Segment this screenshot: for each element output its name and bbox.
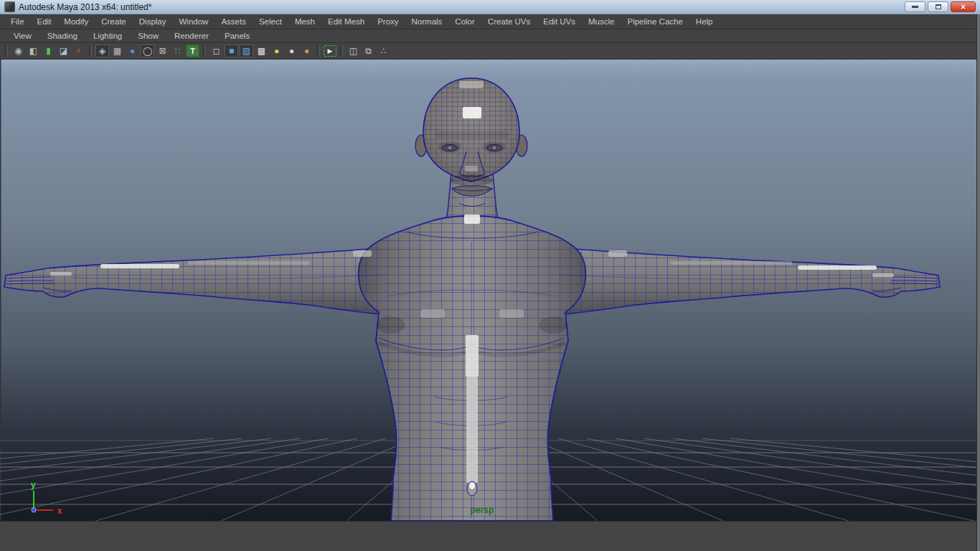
maya-application-window: Autodesk Maya 2013 x64: untitled* × File… [0, 0, 980, 551]
minimize-icon [912, 6, 918, 8]
panel-menu-show[interactable]: Show [130, 29, 166, 42]
gate-mask-icon[interactable]: ◯ [141, 44, 154, 57]
default-material-icon[interactable]: ▩ [255, 44, 268, 57]
resolution-gate-icon[interactable]: ● [126, 44, 139, 57]
minimize-button[interactable] [905, 1, 925, 12]
menu-file[interactable]: File [4, 14, 31, 29]
toolbar-separator [89, 46, 92, 57]
panel-menu-view[interactable]: View [6, 29, 39, 42]
bottom-panel-strip [0, 521, 980, 551]
menu-edit-mesh[interactable]: Edit Mesh [321, 14, 371, 29]
panel-menu-lighting[interactable]: Lighting [85, 29, 130, 42]
close-button[interactable]: × [951, 1, 976, 12]
close-icon: × [961, 3, 966, 11]
grid-icon[interactable]: ◈ [95, 44, 109, 57]
menu-mesh[interactable]: Mesh [288, 14, 321, 29]
restore-icon [936, 4, 941, 9]
textured-mode-icon[interactable]: ▨ [240, 44, 253, 57]
shaded-mode-icon[interactable]: ■ [225, 44, 238, 57]
menu-create-uvs[interactable]: Create UVs [481, 14, 537, 29]
menu-modify[interactable]: Modify [57, 14, 95, 29]
xray-icon[interactable]: ◫ [347, 44, 360, 57]
flat-lights-icon[interactable]: ● [300, 44, 314, 57]
axis-y-label: y [31, 480, 36, 490]
panel-menu-renderer[interactable]: Renderer [166, 29, 217, 42]
window-controls: × [905, 1, 976, 12]
panel-menu-shading[interactable]: Shading [39, 29, 85, 42]
menu-edit-uvs[interactable]: Edit UVs [537, 14, 582, 29]
wireframe-mode-icon[interactable]: ◻ [209, 44, 223, 57]
menu-color[interactable]: Color [448, 14, 481, 29]
perspective-viewport[interactable]: persp y x [0, 60, 980, 521]
restore-button[interactable] [928, 1, 948, 12]
all-lights-icon[interactable]: ● [270, 44, 283, 57]
safe-action-icon[interactable]: ∷ [171, 44, 184, 57]
menu-display[interactable]: Display [133, 14, 173, 29]
menu-window[interactable]: Window [172, 14, 215, 29]
field-chart-icon[interactable]: ⊠ [156, 44, 169, 57]
menu-normals[interactable]: Normals [405, 14, 449, 29]
toolbar-separator [5, 46, 8, 57]
bookmark-icon[interactable]: ▮ [42, 44, 55, 57]
menu-muscle[interactable]: Muscle [582, 14, 621, 29]
isolate-select-icon[interactable]: ▶ [324, 45, 336, 57]
camera-attributes-icon[interactable]: ◧ [27, 44, 40, 57]
pan-zoom-icon[interactable]: + [72, 44, 85, 57]
camera-name-label: persp [471, 505, 494, 515]
menu-select[interactable]: Select [253, 14, 288, 29]
menu-edit[interactable]: Edit [31, 14, 58, 29]
panel-menu-panels[interactable]: Panels [217, 29, 258, 42]
viewport-toolbar: ◉◧▮◪+◈▦●◯⊠∷T◻■▨▩●●●▶◫⧉∴ [0, 43, 980, 60]
toolbar-separator [203, 46, 206, 57]
axis-x-label: x [57, 506, 62, 516]
panel-menu-bar: ViewShadingLightingShowRendererPanels [0, 29, 980, 43]
selected-lights-icon[interactable]: ● [285, 44, 298, 57]
window-title: Autodesk Maya 2013 x64: untitled* [19, 2, 905, 12]
menu-proxy[interactable]: Proxy [371, 14, 405, 29]
select-camera-icon[interactable]: ◉ [11, 44, 25, 57]
image-plane-icon[interactable]: ◪ [57, 44, 70, 57]
maya-app-icon [4, 1, 15, 12]
main-menu-bar: FileEditModifyCreateDisplayWindowAssetsS… [0, 14, 980, 29]
toolbar-separator [317, 46, 320, 57]
title-bar: Autodesk Maya 2013 x64: untitled* × [0, 0, 980, 14]
plugin-display-icon[interactable]: ∴ [377, 44, 390, 57]
menu-create[interactable]: Create [95, 14, 133, 29]
menu-assets[interactable]: Assets [215, 14, 253, 29]
toolbar-separator [340, 46, 343, 57]
safe-title-icon[interactable]: T [186, 44, 199, 57]
window-right-border [976, 14, 980, 551]
film-gate-icon[interactable]: ▦ [110, 44, 124, 57]
menu-help[interactable]: Help [689, 14, 720, 29]
xray-active-icon[interactable]: ⧉ [362, 44, 375, 57]
menu-pipeline-cache[interactable]: Pipeline Cache [621, 14, 689, 29]
